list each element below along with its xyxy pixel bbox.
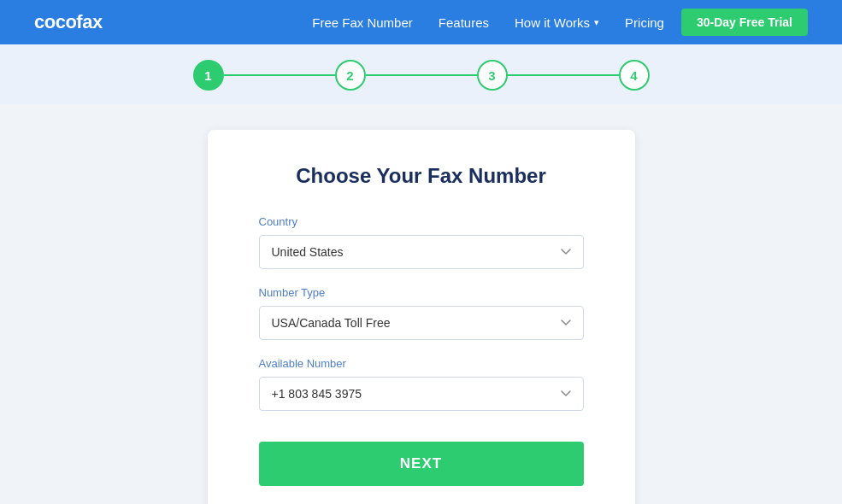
step-3: 3 — [477, 60, 508, 91]
country-label: Country — [259, 215, 584, 228]
nav-free-fax-number[interactable]: Free Fax Number — [312, 15, 413, 30]
nav-pricing[interactable]: Pricing — [625, 15, 664, 30]
available-number-label: Available Number — [259, 357, 584, 370]
step-2: 2 — [335, 60, 366, 91]
country-group: Country United States Canada United King… — [259, 215, 584, 269]
step-line-2 — [366, 74, 477, 76]
step-line-3 — [508, 74, 619, 76]
main-content: Choose Your Fax Number Country United St… — [0, 104, 842, 504]
step-4: 4 — [619, 60, 650, 91]
header: cocofax Free Fax Number Features How it … — [0, 0, 842, 44]
stepper: 1 2 3 4 — [193, 60, 650, 91]
available-number-select[interactable]: +1 803 845 3975 +1 803 845 3976 +1 803 8… — [259, 377, 584, 411]
nav-features[interactable]: Features — [439, 15, 489, 30]
country-select[interactable]: United States Canada United Kingdom Aust… — [259, 235, 584, 269]
nav: Free Fax Number Features How it Works ▾ … — [312, 15, 664, 30]
number-type-group: Number Type USA/Canada Toll Free Local — [259, 286, 584, 340]
number-type-select[interactable]: USA/Canada Toll Free Local — [259, 306, 584, 340]
stepper-bar: 1 2 3 4 — [0, 44, 842, 104]
step-line-1 — [224, 74, 335, 76]
nav-how-it-works[interactable]: How it Works ▾ — [515, 15, 599, 30]
form-title: Choose Your Fax Number — [259, 164, 584, 188]
number-type-label: Number Type — [259, 286, 584, 299]
next-button[interactable]: NEXT — [259, 442, 584, 486]
chevron-down-icon: ▾ — [594, 17, 599, 28]
logo: cocofax — [34, 11, 103, 33]
form-card: Choose Your Fax Number Country United St… — [208, 130, 635, 504]
available-number-group: Available Number +1 803 845 3975 +1 803 … — [259, 357, 584, 411]
step-1: 1 — [193, 60, 224, 91]
trial-button[interactable]: 30-Day Free Trial — [681, 9, 808, 36]
